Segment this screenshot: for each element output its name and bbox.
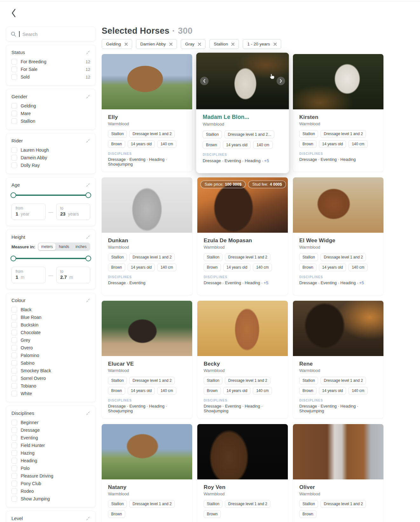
horse-name[interactable]: Natany [108, 484, 186, 491]
horse-photo[interactable]: Sale price:100 000$Stud fee:4 000$ [197, 177, 288, 233]
horse-name[interactable]: El Wee Widge [299, 237, 377, 244]
filter-option-black[interactable]: Black [11, 306, 90, 313]
checkbox[interactable] [11, 314, 17, 320]
collapse-arrows-icon[interactable] [86, 411, 90, 416]
checkbox[interactable] [11, 420, 17, 425]
checkbox[interactable] [11, 427, 17, 433]
range-slider[interactable] [13, 195, 88, 196]
checkbox[interactable] [11, 307, 17, 313]
horse-card-kirsten[interactable]: Kirsten Warmblood StallionDressage level… [293, 54, 383, 172]
filter-option-dressage[interactable]: Dressage [11, 426, 90, 434]
checkbox[interactable] [11, 345, 17, 351]
x-icon[interactable] [198, 43, 201, 46]
horse-photo[interactable] [102, 54, 192, 109]
filter-option-overo[interactable]: Overo [11, 344, 90, 352]
horse-card-rene[interactable]: Rene Warmblood StallionDressage level 1 … [293, 301, 383, 418]
checkbox[interactable] [11, 450, 17, 456]
collapse-arrows-icon[interactable] [86, 516, 90, 521]
collapse-arrows-icon[interactable] [86, 94, 90, 99]
filter-option-lauren-hough[interactable]: Lauren Hough [11, 146, 90, 154]
horse-photo[interactable] [102, 301, 192, 356]
horse-photo[interactable] [293, 177, 383, 233]
checkbox[interactable] [11, 353, 17, 358]
filter-option-sabino[interactable]: Sabino [11, 359, 90, 367]
checkbox[interactable] [11, 66, 17, 72]
checkbox[interactable] [11, 74, 17, 80]
horse-card-madam-le-blon-[interactable]: Madam Le Blon... Warmblood StallionDress… [196, 52, 289, 173]
filter-option-smockey-black[interactable]: Smockey Black [11, 367, 90, 374]
filter-option-rodeo[interactable]: Rodeo [11, 487, 90, 495]
filter-option-show-jumping[interactable]: Show Jumping [11, 495, 90, 503]
checkbox[interactable] [11, 162, 17, 168]
x-icon[interactable] [274, 43, 277, 46]
filter-chip-gelding[interactable]: Gelding [102, 39, 132, 49]
checkbox[interactable] [11, 465, 17, 471]
checkbox[interactable] [11, 391, 17, 396]
horse-name[interactable]: Roy Ven [204, 484, 281, 491]
x-icon[interactable] [231, 43, 234, 46]
filter-option-stallion[interactable]: Stallion [11, 117, 90, 125]
filter-chip-stallion[interactable]: Stallion [209, 39, 239, 49]
filter-option-pony-club[interactable]: Pony Club [11, 480, 90, 487]
checkbox[interactable] [11, 337, 17, 343]
checkbox[interactable] [11, 443, 17, 448]
filter-option-for-breeding[interactable]: For Breeding 12 [11, 58, 90, 65]
checkbox[interactable] [11, 147, 17, 153]
checkbox[interactable] [11, 59, 17, 65]
filter-option-for-sale[interactable]: For Sale 12 [11, 65, 90, 73]
more-disciplines-link[interactable]: +5 [264, 158, 269, 163]
slider-handle-min[interactable] [10, 192, 16, 198]
checkbox[interactable] [11, 473, 17, 479]
checkbox[interactable] [11, 383, 17, 389]
horse-photo[interactable] [196, 52, 289, 109]
filter-chip-damien-abby[interactable]: Damien Abby [136, 39, 177, 49]
filter-option-beginner[interactable]: Beginner [11, 419, 90, 426]
horse-name[interactable]: Elucar VE [108, 361, 186, 367]
unit-option-inches[interactable]: inches [72, 243, 90, 250]
filter-option-buckskin[interactable]: Buckskin [11, 321, 90, 329]
x-icon[interactable] [169, 43, 173, 46]
checkbox[interactable] [11, 118, 17, 124]
range-from-input[interactable]: from 1 m [11, 267, 46, 283]
filter-option-chocolate[interactable]: Chocolate [11, 329, 90, 336]
filter-option-hazing[interactable]: Hazing [11, 449, 90, 457]
horse-card-roy-ven[interactable]: Roy Ven Warmblood StallionDressage level… [197, 424, 288, 522]
horse-card-oliver[interactable]: Oliver Warmblood StallionDressage level … [293, 424, 383, 522]
collapse-arrows-icon[interactable] [86, 50, 90, 55]
filter-option-blue-roan[interactable]: Blue Roan [11, 313, 90, 321]
filter-option-heading[interactable]: Heading [11, 457, 90, 464]
horse-card-elucar-ve[interactable]: Elucar VE Warmblood StallionDressage lev… [102, 301, 192, 418]
collapse-arrows-icon[interactable] [86, 235, 90, 239]
horse-name[interactable]: Madam Le Blon... [203, 114, 282, 121]
horse-card-dunkan[interactable]: Dunkan Warmblood StallionDressage level … [102, 177, 192, 295]
filter-option-damein-abby[interactable]: Damein Abby [11, 154, 90, 161]
horse-photo[interactable] [102, 177, 192, 233]
filter-option-pleasure-driving[interactable]: Pleasure Driving [11, 472, 90, 480]
checkbox[interactable] [11, 322, 17, 328]
horse-name[interactable]: Becky [204, 361, 281, 367]
horse-photo[interactable] [102, 424, 192, 479]
filter-option-mare[interactable]: Mare [11, 110, 90, 117]
range-slider[interactable] [13, 258, 88, 259]
slider-handle-max[interactable] [85, 192, 91, 198]
horse-card-el-wee-widge[interactable]: El Wee Widge Warmblood StallionDressage … [293, 177, 383, 295]
carousel-next-button[interactable] [277, 77, 285, 85]
filter-option-polo[interactable]: Polo [11, 464, 90, 472]
checkbox[interactable] [11, 458, 17, 464]
more-disciplines-link[interactable]: +5 [264, 280, 268, 285]
filter-chip-gray[interactable]: Gray [181, 39, 206, 49]
horse-name[interactable]: Ezula De Mopasan [204, 237, 281, 244]
horse-photo[interactable] [293, 54, 383, 109]
checkbox[interactable] [11, 111, 17, 116]
checkbox[interactable] [11, 360, 17, 366]
filter-option-gelding[interactable]: Gelding [11, 102, 90, 110]
horse-card-elly[interactable]: Elly Warmblood StallionDressage level 1 … [102, 54, 192, 172]
collapse-arrows-icon[interactable] [86, 298, 90, 303]
checkbox[interactable] [11, 368, 17, 374]
checkbox[interactable] [11, 481, 17, 486]
horse-name[interactable]: Elly [108, 114, 186, 120]
horse-name[interactable]: Kirsten [299, 114, 377, 120]
filter-option-dolly-ray[interactable]: Dolly Ray [11, 161, 90, 169]
filter-option-palomino[interactable]: Palomino [11, 352, 90, 359]
checkbox[interactable] [11, 155, 17, 161]
